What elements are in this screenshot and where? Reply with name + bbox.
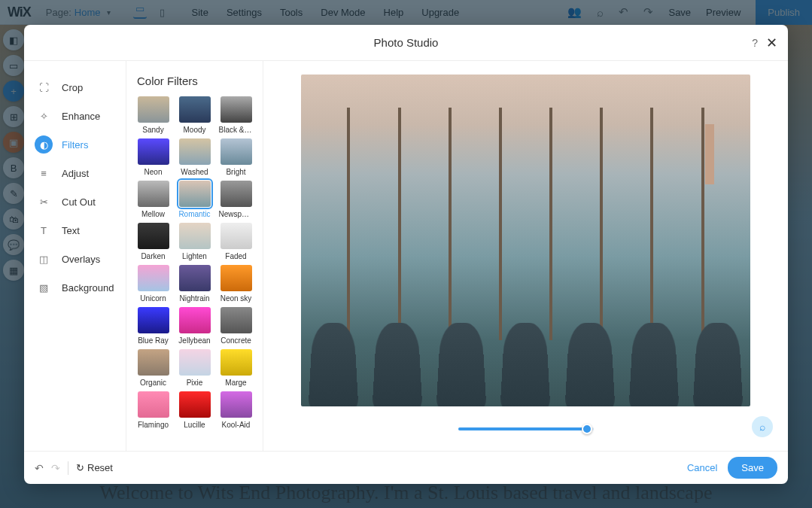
filter-black[interactable]: Black & … <box>218 96 254 134</box>
modal-title: Photo Studio <box>374 36 439 49</box>
filter-organic[interactable]: Organic <box>135 349 171 387</box>
filter-thumb <box>138 349 169 376</box>
reset-button[interactable]: ↻Reset <box>76 462 113 473</box>
filter-washed[interactable]: Washed <box>177 138 212 176</box>
slider-thumb[interactable] <box>582 424 592 434</box>
filter-unicorn[interactable]: Unicorn <box>135 265 171 303</box>
filter-thumb <box>179 265 211 291</box>
tool-background[interactable]: ▧Background <box>24 275 126 300</box>
filter-label: Blue Ray <box>138 336 169 345</box>
footer-right: Cancel Save <box>687 457 777 479</box>
filter-moody[interactable]: Moody <box>177 96 212 134</box>
filters-icon: ◐ <box>35 135 53 154</box>
filter-thumb <box>220 223 252 249</box>
filter-thumb <box>179 96 211 123</box>
tool-label: Background <box>62 282 114 294</box>
filter-thumb <box>138 307 169 333</box>
adjust-icon: ≡ <box>35 164 53 182</box>
filter-newspa[interactable]: Newspa… <box>218 181 254 218</box>
filter-label: Mellow <box>141 210 165 218</box>
filter-thumb <box>220 138 252 165</box>
filter-neon[interactable]: Neon <box>135 138 171 176</box>
tool-label: Filters <box>62 139 88 151</box>
filter-lucille[interactable]: Lucille <box>177 391 212 429</box>
filter-thumb <box>138 265 169 291</box>
filter-blueray[interactable]: Blue Ray <box>135 307 171 345</box>
crop-icon: ⛶ <box>35 78 53 96</box>
filter-label: Lucille <box>184 421 205 429</box>
redo-icon[interactable]: ↷ <box>51 462 60 474</box>
filter-thumb <box>138 223 169 249</box>
tool-overlays[interactable]: ◫Overlays <box>24 246 126 272</box>
filter-label: Moody <box>183 126 205 134</box>
filter-label: Washed <box>181 168 208 176</box>
filters-title: Color Filters <box>137 75 254 87</box>
tool-cutout[interactable]: ✂Cut Out <box>24 189 126 214</box>
filter-thumb <box>220 181 252 207</box>
filter-lighten[interactable]: Lighten <box>177 223 212 260</box>
filter-thumb <box>220 96 252 123</box>
filter-thumb <box>179 181 211 207</box>
tool-crop[interactable]: ⛶Crop <box>24 75 126 100</box>
undo-icon[interactable]: ↶ <box>35 462 44 474</box>
filter-koolaid[interactable]: Kool-Aid <box>218 391 254 429</box>
footer-left: ↶ ↷ ↻Reset <box>35 461 113 475</box>
filter-faded[interactable]: Faded <box>218 223 254 260</box>
tool-label: Adjust <box>62 168 89 179</box>
slider-fill <box>458 427 587 430</box>
tool-adjust[interactable]: ≡Adjust <box>24 160 126 186</box>
enhance-icon: ✧ <box>35 107 53 125</box>
modal-body: ⛶Crop✧Enhance◐Filters≡Adjust✂Cut OutTTex… <box>24 61 788 451</box>
modal-header: Photo Studio ? ✕ <box>24 25 788 61</box>
tool-enhance[interactable]: ✧Enhance <box>24 103 126 129</box>
filter-romantic[interactable]: Romantic <box>177 181 212 218</box>
cutout-icon: ✂ <box>35 193 53 211</box>
tool-label: Overlays <box>62 254 100 265</box>
tool-label: Enhance <box>62 111 100 122</box>
filter-label: Neon <box>144 168 163 176</box>
filters-panel: Color Filters SandyMoodyBlack & …NeonWas… <box>126 61 263 451</box>
filter-label: Nightrain <box>179 294 209 303</box>
background-icon: ▧ <box>35 278 53 297</box>
preview-image[interactable] <box>301 75 750 406</box>
filter-label: Romantic <box>178 210 210 218</box>
filter-label: Faded <box>225 252 246 260</box>
filter-label: Organic <box>140 379 166 387</box>
filter-label: Pixie <box>187 379 203 387</box>
tool-filters[interactable]: ◐Filters <box>24 132 126 157</box>
filter-thumb <box>220 307 252 333</box>
help-icon[interactable]: ? <box>752 37 758 49</box>
filter-darken[interactable]: Darken <box>135 223 171 260</box>
filter-bright[interactable]: Bright <box>218 138 254 176</box>
filter-nightrain[interactable]: Nightrain <box>177 265 212 303</box>
filter-sandy[interactable]: Sandy <box>135 96 171 134</box>
filter-label: Concrete <box>220 336 251 345</box>
tool-text[interactable]: TText <box>24 217 126 243</box>
text-icon: T <box>35 221 53 239</box>
reset-icon: ↻ <box>76 462 84 473</box>
filter-label: Unicorn <box>140 294 166 303</box>
filter-marge[interactable]: Marge <box>218 349 254 387</box>
filter-jellybean[interactable]: Jellybean <box>177 307 212 345</box>
filter-thumb <box>179 138 211 165</box>
filter-pixie[interactable]: Pixie <box>177 349 212 387</box>
photo-studio-modal: Photo Studio ? ✕ ⛶Crop✧Enhance◐Filters≡A… <box>24 25 788 484</box>
modal-footer: ↶ ↷ ↻Reset Cancel Save <box>24 451 788 484</box>
close-icon[interactable]: ✕ <box>766 35 777 51</box>
intensity-slider[interactable] <box>458 427 594 430</box>
filter-thumb <box>220 265 252 291</box>
filter-thumb <box>138 181 169 207</box>
cancel-button[interactable]: Cancel <box>687 462 717 473</box>
filter-label: Bright <box>226 168 245 176</box>
filter-neonsky[interactable]: Neon sky <box>218 265 254 303</box>
filter-mellow[interactable]: Mellow <box>135 181 171 218</box>
filter-flamingo[interactable]: Flamingo <box>135 391 171 429</box>
overlays-icon: ◫ <box>35 250 53 268</box>
filter-concrete[interactable]: Concrete <box>218 307 254 345</box>
save-button[interactable]: Save <box>728 457 777 479</box>
zoom-icon[interactable]: ⌕ <box>752 416 773 437</box>
filter-label: Lighten <box>182 252 207 260</box>
filter-label: Flamingo <box>138 421 169 429</box>
filter-thumb <box>179 307 211 333</box>
reset-label: Reset <box>87 462 113 473</box>
